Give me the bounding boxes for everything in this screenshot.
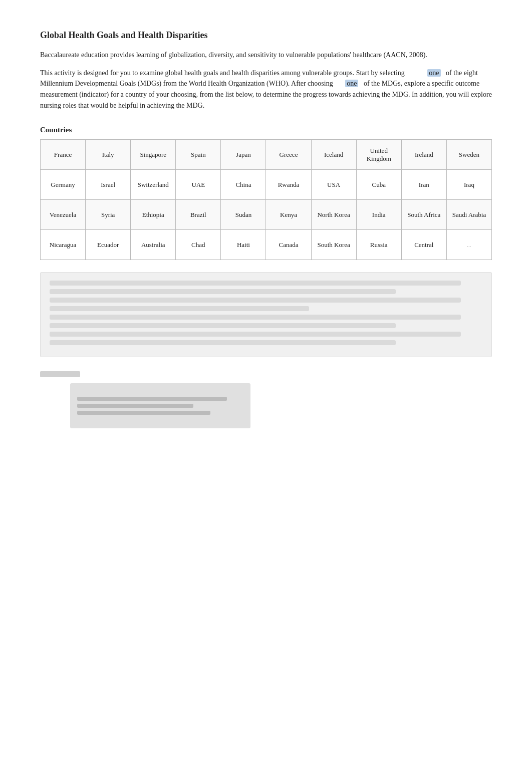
table-cell[interactable]: Sweden [446,140,491,170]
table-cell[interactable]: India [356,200,401,230]
table-cell[interactable]: Canada [266,230,311,260]
table-cell[interactable]: Chad [176,230,221,260]
blurred-line-2 [50,289,396,294]
table-cell[interactable]: Ireland [401,140,446,170]
table-cell[interactable]: South Africa [401,200,446,230]
table-cell[interactable]: Brazil [176,200,221,230]
table-cell[interactable]: Japan [221,140,266,170]
ref-line-3 [77,411,210,415]
table-cell[interactable]: USA [311,170,356,200]
blurred-line-3 [50,298,461,303]
table-cell[interactable]: Ethiopia [131,200,176,230]
highlight-one-2: one [345,80,358,87]
table-cell[interactable]: Israel [86,170,131,200]
table-cell[interactable]: UAE [176,170,221,200]
table-cell[interactable]: Switzerland [131,170,176,200]
table-cell[interactable]: Rwanda [266,170,311,200]
intro2-text-part1: This activity is designed for you to exa… [40,69,405,77]
table-cell[interactable]: United Kingdom [356,140,401,170]
page-title: Global Health Goals and Health Dispariti… [40,30,492,41]
blurred-line-4 [50,306,309,311]
table-cell[interactable]: Ecuador [86,230,131,260]
table-cell[interactable]: Australia [131,230,176,260]
table-cell[interactable]: Iran [401,170,446,200]
table-cell[interactable]: Haiti [221,230,266,260]
blurred-line-1 [50,281,461,286]
table-cell[interactable]: ... [446,230,491,260]
table-cell[interactable]: Central [401,230,446,260]
table-cell[interactable]: Iraq [446,170,491,200]
countries-table: FranceItalySingaporeSpainJapanGreeceIcel… [40,139,492,260]
table-cell[interactable]: Greece [266,140,311,170]
table-cell[interactable]: Venezuela [41,200,86,230]
table-cell[interactable]: Spain [176,140,221,170]
references-image [70,383,250,428]
table-cell[interactable]: South Korea [311,230,356,260]
blurred-content-section [40,272,492,357]
ref-line-1 [77,397,227,401]
table-cell[interactable]: China [221,170,266,200]
ref-line-2 [77,404,193,408]
table-cell[interactable]: Germany [41,170,86,200]
table-cell[interactable]: Iceland [311,140,356,170]
table-cell[interactable]: Italy [86,140,131,170]
table-cell[interactable]: Syria [86,200,131,230]
table-cell[interactable]: Russia [356,230,401,260]
table-cell[interactable]: Nicaragua [41,230,86,260]
references-label [40,371,80,377]
references-section [40,371,492,428]
table-cell[interactable]: Singapore [131,140,176,170]
intro-paragraph-1: Baccalaureate education provides learnin… [40,50,492,61]
blurred-line-6 [50,323,396,328]
intro-paragraph-2: This activity is designed for you to exa… [40,68,492,111]
countries-section: Countries FranceItalySingaporeSpainJapan… [40,126,492,260]
table-cell[interactable]: Saudi Arabia [446,200,491,230]
table-cell[interactable]: Cuba [356,170,401,200]
countries-label: Countries [40,126,492,134]
blurred-line-7 [50,332,461,337]
highlight-one-1: one [427,69,440,77]
table-cell[interactable]: North Korea [311,200,356,230]
blurred-line-5 [50,315,461,320]
table-cell[interactable]: Kenya [266,200,311,230]
table-cell[interactable]: France [41,140,86,170]
table-cell[interactable]: Sudan [221,200,266,230]
blurred-line-8 [50,340,396,345]
